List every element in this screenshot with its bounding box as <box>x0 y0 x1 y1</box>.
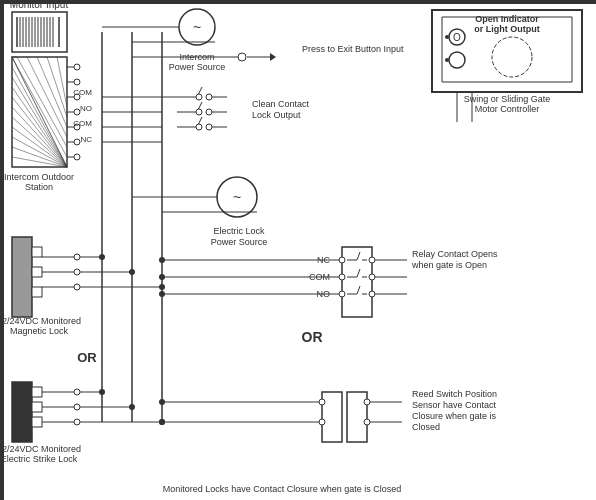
svg-point-78 <box>206 124 212 130</box>
svg-point-112 <box>99 389 105 395</box>
svg-point-67 <box>196 94 202 100</box>
svg-point-117 <box>339 274 345 280</box>
svg-text:COM: COM <box>73 119 92 128</box>
svg-text:or Light Output: or Light Output <box>474 24 539 34</box>
svg-point-105 <box>74 419 80 425</box>
svg-point-154 <box>449 52 465 68</box>
svg-point-142 <box>319 399 325 405</box>
svg-text:Relay Contact Opens: Relay Contact Opens <box>412 249 498 259</box>
svg-rect-115 <box>342 247 372 317</box>
svg-point-134 <box>159 257 165 263</box>
svg-point-149 <box>159 419 165 425</box>
svg-text:NO: NO <box>80 104 92 113</box>
svg-text:Power Source: Power Source <box>169 62 226 72</box>
svg-text:OR: OR <box>302 329 323 345</box>
svg-text:Electric Strike Lock: Electric Strike Lock <box>2 454 78 464</box>
svg-text:Monitored Locks have Contact C: Monitored Locks have Contact Closure whe… <box>163 484 402 494</box>
svg-text:COM: COM <box>73 88 92 97</box>
svg-rect-140 <box>322 392 342 442</box>
svg-point-72 <box>196 109 202 115</box>
svg-text:12/24VDC Monitored: 12/24VDC Monitored <box>2 444 81 454</box>
svg-text:Clean Contact: Clean Contact <box>252 99 310 109</box>
svg-text:Swing or Sliding Gate: Swing or Sliding Gate <box>464 94 551 104</box>
svg-rect-100 <box>32 387 42 397</box>
svg-text:Press to Exit Button Input: Press to Exit Button Input <box>302 44 404 54</box>
svg-text:Sensor have Contact: Sensor have Contact <box>412 400 497 410</box>
svg-text:Intercom: Intercom <box>179 52 214 62</box>
svg-point-104 <box>74 404 80 410</box>
svg-point-87 <box>74 254 80 260</box>
svg-point-121 <box>369 291 375 297</box>
svg-point-36 <box>74 79 80 85</box>
svg-point-98 <box>159 284 165 290</box>
svg-point-136 <box>159 291 165 297</box>
svg-point-89 <box>74 284 80 290</box>
svg-point-73 <box>206 109 212 115</box>
svg-text:O: O <box>453 32 461 43</box>
svg-point-119 <box>369 257 375 263</box>
svg-rect-85 <box>32 267 42 277</box>
svg-text:NO: NO <box>317 289 331 299</box>
svg-point-118 <box>339 291 345 297</box>
svg-text:12/24VDC Monitored: 12/24VDC Monitored <box>2 316 81 326</box>
svg-point-40 <box>74 139 80 145</box>
svg-point-156 <box>445 35 449 39</box>
svg-text:~: ~ <box>233 189 241 205</box>
svg-point-96 <box>99 254 105 260</box>
svg-text:Electric Lock: Electric Lock <box>213 226 265 236</box>
svg-text:Closed: Closed <box>412 422 440 432</box>
svg-point-35 <box>74 64 80 70</box>
svg-point-135 <box>159 274 165 280</box>
svg-rect-99 <box>12 382 32 442</box>
diagram-container: ~ <box>0 0 596 500</box>
svg-text:Motor Controller: Motor Controller <box>475 104 540 114</box>
svg-text:NC: NC <box>317 255 330 265</box>
svg-rect-141 <box>347 392 367 442</box>
svg-rect-101 <box>32 402 42 412</box>
svg-rect-84 <box>32 247 42 257</box>
svg-point-143 <box>319 419 325 425</box>
svg-text:COM: COM <box>309 272 330 282</box>
svg-point-145 <box>364 419 370 425</box>
svg-point-113 <box>129 404 135 410</box>
svg-text:NC: NC <box>80 135 92 144</box>
svg-text:Closure when gate is: Closure when gate is <box>412 411 497 421</box>
svg-point-120 <box>369 274 375 280</box>
svg-point-88 <box>74 269 80 275</box>
monitor-input-label: Monitor Input <box>10 2 69 10</box>
svg-text:Reed Switch Position: Reed Switch Position <box>412 389 497 399</box>
svg-text:Intercom Outdoor: Intercom Outdoor <box>4 172 74 182</box>
svg-text:when gate is Open: when gate is Open <box>411 260 487 270</box>
svg-rect-83 <box>12 237 32 317</box>
svg-point-58 <box>238 53 246 61</box>
svg-point-144 <box>364 399 370 405</box>
svg-point-103 <box>74 389 80 395</box>
svg-text:Lock Output: Lock Output <box>252 110 301 120</box>
svg-text:Magnetic Lock: Magnetic Lock <box>10 326 69 336</box>
svg-point-68 <box>206 94 212 100</box>
svg-point-116 <box>339 257 345 263</box>
svg-point-148 <box>159 399 165 405</box>
svg-point-157 <box>445 58 449 62</box>
svg-rect-86 <box>32 287 42 297</box>
svg-text:OR: OR <box>77 350 97 365</box>
svg-text:Open Indicator: Open Indicator <box>475 14 539 24</box>
svg-text:~: ~ <box>193 19 201 35</box>
svg-point-97 <box>129 269 135 275</box>
svg-point-77 <box>196 124 202 130</box>
svg-text:Station: Station <box>25 182 53 192</box>
svg-rect-102 <box>32 417 42 427</box>
svg-text:Power Source: Power Source <box>211 237 268 247</box>
svg-point-41 <box>74 154 80 160</box>
